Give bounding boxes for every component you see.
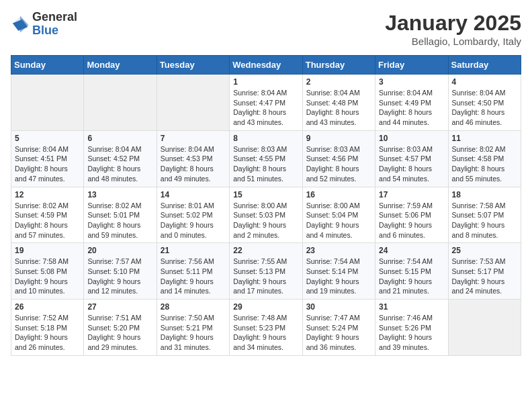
day-number: 5	[15, 134, 80, 143]
day-number: 3	[379, 77, 444, 87]
day-number: 18	[452, 190, 517, 199]
calendar-cell	[84, 75, 157, 131]
day-info: Sunrise: 7:50 AM Sunset: 5:21 PM Dayligh…	[161, 313, 226, 353]
calendar-cell: 9Sunrise: 8:03 AM Sunset: 4:56 PM Daylig…	[302, 130, 375, 187]
calendar-cell	[157, 75, 229, 131]
month-title: January 2025	[385, 11, 521, 36]
day-info: Sunrise: 7:58 AM Sunset: 5:07 PM Dayligh…	[452, 201, 517, 240]
day-info: Sunrise: 8:04 AM Sunset: 4:51 PM Dayligh…	[15, 144, 80, 184]
weekday-header-wednesday: Wednesday	[230, 56, 302, 75]
calendar-cell: 13Sunrise: 8:02 AM Sunset: 5:01 PM Dayli…	[84, 187, 157, 243]
calendar-cell: 11Sunrise: 8:02 AM Sunset: 4:58 PM Dayli…	[448, 130, 521, 187]
day-info: Sunrise: 7:55 AM Sunset: 5:13 PM Dayligh…	[233, 257, 298, 296]
day-number: 16	[306, 190, 371, 199]
day-number: 9	[306, 134, 371, 143]
calendar-week-5: 26Sunrise: 7:52 AM Sunset: 5:18 PM Dayli…	[11, 300, 521, 356]
day-number: 4	[452, 77, 517, 87]
day-number: 6	[87, 134, 152, 143]
calendar-week-2: 5Sunrise: 8:04 AM Sunset: 4:51 PM Daylig…	[11, 130, 521, 187]
page-header: General Blue January 2025 Bellagio, Lomb…	[11, 11, 521, 47]
day-number: 31	[379, 302, 444, 312]
day-info: Sunrise: 7:51 AM Sunset: 5:20 PM Dayligh…	[87, 313, 152, 353]
day-number: 1	[233, 77, 298, 87]
weekday-header-row: SundayMondayTuesdayWednesdayThursdayFrid…	[11, 56, 521, 75]
calendar-cell: 1Sunrise: 8:04 AM Sunset: 4:47 PM Daylig…	[230, 75, 302, 131]
day-number: 8	[233, 134, 298, 143]
calendar-cell	[448, 300, 521, 356]
calendar-cell: 8Sunrise: 8:03 AM Sunset: 4:55 PM Daylig…	[230, 130, 302, 187]
day-info: Sunrise: 8:04 AM Sunset: 4:48 PM Dayligh…	[306, 88, 371, 128]
day-info: Sunrise: 7:46 AM Sunset: 5:26 PM Dayligh…	[379, 313, 444, 353]
day-number: 21	[161, 246, 226, 255]
calendar-cell: 28Sunrise: 7:50 AM Sunset: 5:21 PM Dayli…	[157, 300, 229, 356]
day-info: Sunrise: 8:00 AM Sunset: 5:04 PM Dayligh…	[306, 201, 371, 240]
day-info: Sunrise: 8:00 AM Sunset: 5:03 PM Dayligh…	[233, 201, 298, 240]
calendar-cell: 27Sunrise: 7:51 AM Sunset: 5:20 PM Dayli…	[84, 300, 157, 356]
calendar-cell: 21Sunrise: 7:56 AM Sunset: 5:11 PM Dayli…	[157, 243, 229, 300]
day-number: 13	[87, 190, 152, 199]
day-info: Sunrise: 8:02 AM Sunset: 4:59 PM Dayligh…	[15, 201, 80, 240]
logo-text: General Blue	[32, 11, 77, 38]
weekday-header-saturday: Saturday	[448, 56, 521, 75]
day-number: 28	[161, 302, 226, 312]
day-info: Sunrise: 8:04 AM Sunset: 4:47 PM Dayligh…	[233, 88, 298, 128]
day-number: 10	[379, 134, 444, 143]
day-number: 19	[15, 246, 80, 255]
calendar-cell: 4Sunrise: 8:04 AM Sunset: 4:50 PM Daylig…	[448, 75, 521, 131]
day-number: 27	[87, 302, 152, 312]
weekday-header-monday: Monday	[84, 56, 157, 75]
day-info: Sunrise: 7:47 AM Sunset: 5:24 PM Dayligh…	[306, 313, 371, 353]
calendar-table: SundayMondayTuesdayWednesdayThursdayFrid…	[11, 55, 521, 356]
calendar-cell: 10Sunrise: 8:03 AM Sunset: 4:57 PM Dayli…	[375, 130, 448, 187]
day-number: 17	[379, 190, 444, 199]
calendar-week-4: 19Sunrise: 7:58 AM Sunset: 5:08 PM Dayli…	[11, 243, 521, 300]
day-number: 24	[379, 246, 444, 255]
calendar-week-1: 1Sunrise: 8:04 AM Sunset: 4:47 PM Daylig…	[11, 75, 521, 131]
day-info: Sunrise: 8:04 AM Sunset: 4:50 PM Dayligh…	[452, 88, 517, 128]
logo-blue-text: Blue	[32, 24, 77, 38]
calendar-cell: 12Sunrise: 8:02 AM Sunset: 4:59 PM Dayli…	[11, 187, 84, 243]
calendar-cell: 16Sunrise: 8:00 AM Sunset: 5:04 PM Dayli…	[302, 187, 375, 243]
day-info: Sunrise: 7:58 AM Sunset: 5:08 PM Dayligh…	[15, 257, 80, 296]
calendar-cell: 18Sunrise: 7:58 AM Sunset: 5:07 PM Dayli…	[448, 187, 521, 243]
calendar-cell: 14Sunrise: 8:01 AM Sunset: 5:02 PM Dayli…	[157, 187, 229, 243]
title-block: January 2025 Bellagio, Lombardy, Italy	[385, 11, 521, 47]
calendar-cell: 20Sunrise: 7:57 AM Sunset: 5:10 PM Dayli…	[84, 243, 157, 300]
day-number: 22	[233, 246, 298, 255]
calendar-cell: 5Sunrise: 8:04 AM Sunset: 4:51 PM Daylig…	[11, 130, 84, 187]
logo: General Blue	[11, 11, 77, 38]
calendar-cell: 24Sunrise: 7:54 AM Sunset: 5:15 PM Dayli…	[375, 243, 448, 300]
calendar-cell: 31Sunrise: 7:46 AM Sunset: 5:26 PM Dayli…	[375, 300, 448, 356]
day-info: Sunrise: 7:59 AM Sunset: 5:06 PM Dayligh…	[379, 201, 444, 240]
weekday-header-tuesday: Tuesday	[157, 56, 229, 75]
day-number: 26	[15, 302, 80, 312]
calendar-cell: 17Sunrise: 7:59 AM Sunset: 5:06 PM Dayli…	[375, 187, 448, 243]
day-info: Sunrise: 7:54 AM Sunset: 5:15 PM Dayligh…	[379, 257, 444, 296]
calendar-cell: 19Sunrise: 7:58 AM Sunset: 5:08 PM Dayli…	[11, 243, 84, 300]
day-number: 2	[306, 77, 371, 87]
calendar-cell: 15Sunrise: 8:00 AM Sunset: 5:03 PM Dayli…	[230, 187, 302, 243]
calendar-cell: 26Sunrise: 7:52 AM Sunset: 5:18 PM Dayli…	[11, 300, 84, 356]
day-number: 14	[161, 190, 226, 199]
day-info: Sunrise: 7:53 AM Sunset: 5:17 PM Dayligh…	[452, 257, 517, 296]
day-info: Sunrise: 8:03 AM Sunset: 4:57 PM Dayligh…	[379, 144, 444, 184]
calendar-cell	[11, 75, 84, 131]
day-info: Sunrise: 8:04 AM Sunset: 4:52 PM Dayligh…	[87, 144, 152, 184]
calendar-cell: 2Sunrise: 8:04 AM Sunset: 4:48 PM Daylig…	[302, 75, 375, 131]
day-number: 20	[87, 246, 152, 255]
weekday-header-thursday: Thursday	[302, 56, 375, 75]
day-number: 29	[233, 302, 298, 312]
day-info: Sunrise: 7:57 AM Sunset: 5:10 PM Dayligh…	[87, 257, 152, 296]
day-info: Sunrise: 8:02 AM Sunset: 4:58 PM Dayligh…	[452, 144, 517, 184]
calendar-cell: 7Sunrise: 8:04 AM Sunset: 4:53 PM Daylig…	[157, 130, 229, 187]
day-number: 15	[233, 190, 298, 199]
day-number: 25	[452, 246, 517, 255]
day-number: 11	[452, 134, 517, 143]
day-info: Sunrise: 7:48 AM Sunset: 5:23 PM Dayligh…	[233, 313, 298, 353]
calendar-cell: 25Sunrise: 7:53 AM Sunset: 5:17 PM Dayli…	[448, 243, 521, 300]
calendar-cell: 22Sunrise: 7:55 AM Sunset: 5:13 PM Dayli…	[230, 243, 302, 300]
calendar-cell: 3Sunrise: 8:04 AM Sunset: 4:49 PM Daylig…	[375, 75, 448, 131]
day-number: 23	[306, 246, 371, 255]
day-info: Sunrise: 8:04 AM Sunset: 4:53 PM Dayligh…	[161, 144, 226, 184]
calendar-cell: 29Sunrise: 7:48 AM Sunset: 5:23 PM Dayli…	[230, 300, 302, 356]
